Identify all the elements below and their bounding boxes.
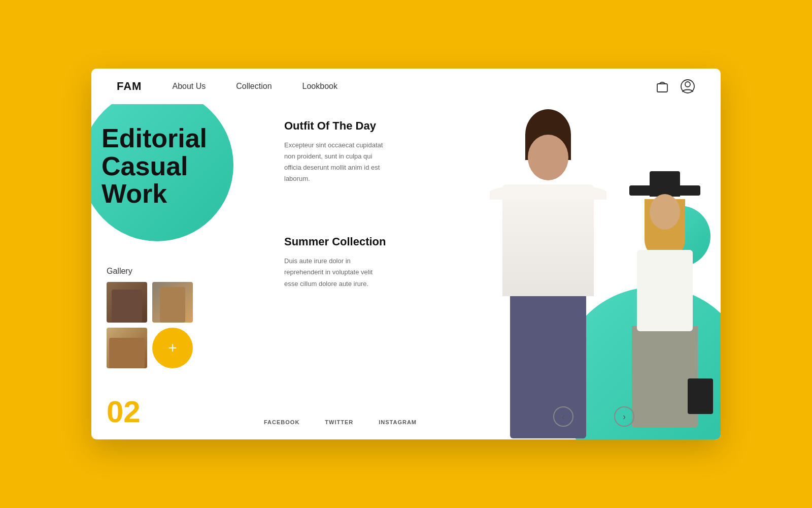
main-card: FAM About Us Collection Lookbook [91,69,721,439]
outfit-description: Excepteur sint occaecat cupidatat non pr… [284,140,386,184]
right-section: ‹ › [467,104,721,439]
nav-links: About Us Collection Lookbook [172,82,655,91]
gallery-section: Gallery + [107,267,213,368]
nav-logo[interactable]: FAM [117,80,142,93]
gallery-thumb-2[interactable] [152,282,193,323]
prev-button[interactable]: ‹ [553,406,573,427]
nav-icon-group [655,79,695,94]
outfit-title: Outfit Of The Day [284,119,447,133]
gallery-grid: + [107,282,213,368]
gallery-add-button[interactable]: + [152,328,193,368]
gallery-thumb-1[interactable] [107,282,147,323]
navbar: FAM About Us Collection Lookbook [91,69,721,104]
hero-text: Editorial Casual Work [101,124,207,208]
center-section: Outfit Of The Day Excepteur sint occaeca… [264,104,467,439]
svg-point-1 [685,82,690,87]
nav-link-about[interactable]: About Us [172,82,206,91]
bag-icon[interactable] [655,79,670,94]
model-2-hat-crown [650,171,680,197]
model-1 [482,109,614,439]
slide-number: 02 [107,394,141,429]
gallery-title: Gallery [107,267,213,276]
summer-description: Duis aute irure dolor in reprehenderit i… [284,256,386,289]
model-1-head [528,135,568,180]
main-content: Editorial Casual Work Gallery [91,104,721,439]
model-2-head [650,194,680,230]
next-button[interactable]: › [614,406,634,427]
left-section: Editorial Casual Work Gallery [91,104,264,439]
nav-controls: ‹ › [553,406,634,427]
summer-title: Summer Collection [284,235,447,248]
nav-link-collection[interactable]: Collection [236,82,272,91]
nav-link-lookbook[interactable]: Lookbook [302,82,337,91]
model-2 [614,185,716,439]
hero-line-1: Editorial [101,124,207,152]
user-icon[interactable] [680,79,695,94]
svg-rect-0 [657,84,667,92]
hero-line-3: Work [101,180,207,208]
gallery-thumb-3[interactable] [107,328,147,368]
hero-line-2: Casual [101,152,207,180]
